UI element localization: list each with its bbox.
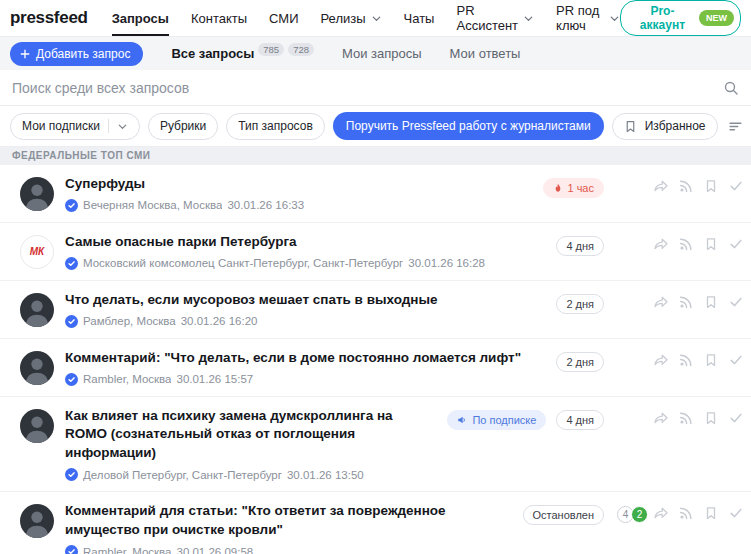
tab-all-requests[interactable]: Все запросы 785 728: [171, 46, 314, 61]
bookmark-icon[interactable]: [704, 411, 718, 425]
top-navbar: pressfeed Запросы Контакты СМИ Релизы Ча…: [0, 0, 751, 37]
time-left-badge: 4 дня: [556, 236, 604, 256]
nav-item-requests[interactable]: Запросы: [112, 0, 169, 36]
share-icon[interactable]: [654, 353, 668, 367]
request-main: Что делать, если мусоровоз мешает спать …: [65, 291, 556, 328]
request-title[interactable]: Комментарий: "Что делать, если в доме по…: [65, 349, 544, 368]
request-source: Деловой Петербург, Санкт-Петербург: [83, 469, 282, 481]
favorites-chip[interactable]: Избранное: [612, 113, 718, 140]
rss-icon[interactable]: [679, 237, 693, 251]
tab-label: Мои ответы: [450, 46, 521, 61]
bookmark-icon[interactable]: [704, 179, 718, 193]
check-icon[interactable]: [729, 411, 743, 425]
sort-icon[interactable]: [726, 117, 745, 136]
verified-icon: [65, 257, 78, 270]
check-icon[interactable]: [729, 295, 743, 309]
rss-icon[interactable]: [679, 353, 693, 367]
time-left-badge: 4 дня: [556, 410, 604, 430]
bookmark-icon[interactable]: [704, 353, 718, 367]
filter-subscriptions[interactable]: Мои подписки: [10, 113, 140, 140]
request-source-line: Rambler, Москва 30.01.26 09:58: [65, 545, 511, 554]
chevron-down-icon: [371, 13, 382, 24]
nav-item-chats[interactable]: Чаты: [404, 0, 435, 36]
tab-label: Мои запросы: [342, 46, 422, 61]
request-source-line: Московский комсомолец Санкт-Петербург, С…: [65, 257, 544, 270]
request-row[interactable]: Что делать, если мусоровоз мешает спать …: [0, 281, 751, 339]
share-icon[interactable]: [654, 295, 668, 309]
request-date: 30.01.26 16:20: [181, 315, 258, 327]
bookmark-icon[interactable]: [704, 295, 718, 309]
pro-account-label: Pro-аккаунт: [633, 4, 692, 32]
search-input[interactable]: [12, 80, 715, 96]
rss-icon[interactable]: [679, 179, 693, 193]
tab-label: Все запросы: [171, 46, 254, 61]
check-icon[interactable]: [729, 506, 743, 520]
main-nav: Запросы Контакты СМИ Релизы Чаты PR Асси…: [112, 0, 620, 36]
request-row[interactable]: МК Самые опасные парки Петербурга Москов…: [0, 223, 751, 281]
avatar: [20, 409, 54, 443]
request-source: Рамблер, Москва: [83, 315, 176, 327]
row-actions: [654, 295, 743, 309]
tab-my-requests[interactable]: Мои запросы: [342, 46, 422, 61]
request-source-line: Вечерняя Москва, Москва 30.01.26 16:33: [65, 199, 531, 212]
rss-icon[interactable]: [679, 295, 693, 309]
verified-icon: [65, 199, 78, 212]
check-icon[interactable]: [729, 237, 743, 251]
hire-pressfeed-button[interactable]: Поручить Pressfeed работу с журналистами: [333, 112, 604, 140]
request-row[interactable]: Комментарий: "Что делать, если в доме по…: [0, 339, 751, 397]
request-row[interactable]: Комментарий для статьи: "Кто ответит за …: [0, 492, 751, 554]
tab-my-answers[interactable]: Мои ответы: [450, 46, 521, 61]
avatar: МК: [20, 235, 54, 269]
search-bar: [0, 70, 751, 106]
request-title[interactable]: Что делать, если мусоровоз мешает спать …: [65, 291, 544, 310]
share-icon[interactable]: [654, 411, 668, 425]
nav-label: Контакты: [191, 11, 247, 26]
nav-item-smi[interactable]: СМИ: [269, 0, 298, 36]
check-icon[interactable]: [729, 353, 743, 367]
logo[interactable]: pressfeed: [10, 8, 88, 28]
search-icon[interactable]: [723, 80, 739, 96]
request-title[interactable]: Комментарий для статьи: "Кто ответит за …: [65, 502, 511, 540]
nav-label: Релизы: [320, 11, 365, 26]
share-icon[interactable]: [654, 179, 668, 193]
request-source-line: Rambler, Москва 30.01.26 15:57: [65, 373, 544, 386]
filter-rubrics[interactable]: Рубрики: [148, 113, 218, 140]
request-row[interactable]: Как влияет на психику замена думскроллин…: [0, 397, 751, 493]
accepted-count-badge: 2: [631, 506, 648, 523]
nav-item-releases[interactable]: Релизы: [320, 0, 381, 36]
badges: Остановлен: [523, 505, 604, 525]
request-date: 30.01.26 15:57: [176, 373, 253, 385]
nav-item-pr-assistant[interactable]: PR Ассистент: [456, 0, 534, 36]
share-icon[interactable]: [654, 237, 668, 251]
nav-item-pr-turnkey[interactable]: PR под ключ: [556, 0, 620, 36]
request-title[interactable]: Самые опасные парки Петербурга: [65, 233, 544, 252]
filter-label: Тип запросов: [238, 119, 313, 133]
answer-counts: 4 2: [604, 506, 650, 523]
filter-types[interactable]: Тип запросов: [226, 113, 325, 140]
request-row[interactable]: Суперфуды Вечерняя Москва, Москва 30.01.…: [0, 165, 751, 223]
row-actions: [654, 353, 743, 367]
nav-item-contacts[interactable]: Контакты: [191, 0, 247, 36]
request-title[interactable]: Как влияет на психику замена думскроллин…: [65, 407, 435, 464]
rss-icon[interactable]: [679, 506, 693, 520]
bookmark-icon[interactable]: [704, 237, 718, 251]
request-title[interactable]: Суперфуды: [65, 175, 531, 194]
request-main: Комментарий для статьи: "Кто ответит за …: [65, 502, 523, 554]
add-request-button[interactable]: Добавить запрос: [10, 42, 143, 66]
rss-icon[interactable]: [679, 411, 693, 425]
chevron-down-icon[interactable]: [117, 121, 128, 132]
megaphone-icon: [457, 415, 467, 425]
row-actions: [654, 179, 743, 193]
status-badge: Остановлен: [523, 505, 604, 525]
sub-toolbar: Добавить запрос Все запросы 785 728 Мои …: [0, 37, 751, 70]
bookmark-icon[interactable]: [704, 506, 718, 520]
nav-label: Чаты: [404, 11, 435, 26]
filter-label: Рубрики: [160, 119, 206, 133]
request-source: Московский комсомолец Санкт-Петербург, С…: [83, 257, 403, 269]
pro-account-button[interactable]: Pro-аккаунт NEW: [620, 0, 741, 36]
share-icon[interactable]: [654, 506, 668, 520]
time-left-badge: 2 дня: [556, 294, 604, 314]
check-icon[interactable]: [729, 179, 743, 193]
chevron-down-icon: [609, 13, 620, 24]
subscription-label: По подписке: [472, 414, 536, 426]
